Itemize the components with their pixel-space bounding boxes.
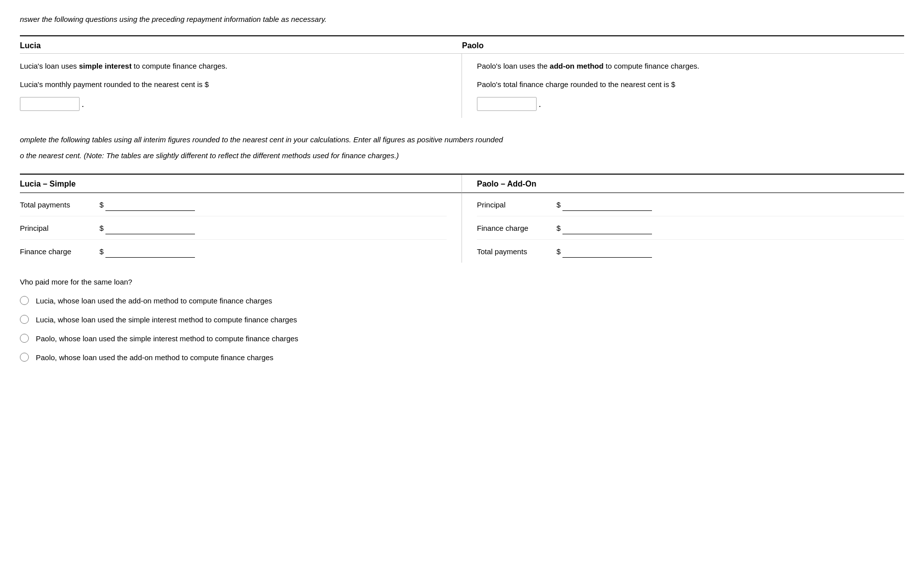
paolo-line1-bold: add-on method [550, 62, 603, 70]
lucia-table-header: Lucia – Simple [20, 175, 462, 193]
paolo-header: Paolo [462, 36, 904, 54]
instructions-line2: o the nearest cent. (Note: The tables ar… [20, 150, 904, 162]
radio-input-4[interactable] [20, 353, 29, 362]
lucia-column: Lucia's loan uses simple interest to com… [20, 54, 462, 118]
lucia-principal-dollar: $ [99, 224, 103, 232]
radio-input-1[interactable] [20, 296, 29, 305]
radio-input-2[interactable] [20, 315, 29, 324]
radio-option-4[interactable]: Paolo, whose loan used the add-on method… [20, 353, 904, 362]
paolo-finance-charge-input[interactable] [562, 221, 652, 234]
who-paid-question: Vho paid more for the same loan? [20, 278, 904, 286]
paolo-line1: Paolo's loan uses the add-on method to c… [477, 61, 904, 72]
radio-label-1: Lucia, whose loan used the add-on method… [36, 296, 272, 305]
lucia-answer-row: . [20, 97, 447, 111]
radio-option-2[interactable]: Lucia, whose loan used the simple intere… [20, 315, 904, 324]
paolo-row-total-payments: Total payments $ [477, 240, 904, 263]
radio-label-4: Paolo, whose loan used the add-on method… [36, 353, 274, 362]
paolo-finance-charge-dollar: $ [556, 224, 560, 232]
lucia-line1-rest: to compute finance charges. [132, 62, 228, 70]
paolo-table-header: Paolo – Add-On [462, 175, 904, 193]
paolo-answer-row: . [477, 97, 904, 111]
lucia-finance-charge-label: Finance charge [20, 247, 99, 256]
paolo-dot: . [539, 99, 541, 109]
lucia-total-payments-dollar: $ [99, 200, 103, 209]
paolo-total-payments-dollar: $ [556, 247, 560, 256]
lucia-row-principal: Principal $ [20, 216, 447, 240]
radio-option-1[interactable]: Lucia, whose loan used the add-on method… [20, 296, 904, 305]
lucia-total-payments-label: Total payments [20, 200, 99, 209]
paolo-line1-rest: to compute finance charges. [604, 62, 700, 70]
radio-label-3: Paolo, whose loan used the simple intere… [36, 334, 298, 343]
paolo-finance-charge-label: Finance charge [477, 224, 556, 232]
description-section: Lucia Paolo Lucia's loan uses simple int… [20, 35, 904, 118]
paolo-line2: Paolo's total finance charge rounded to … [477, 79, 904, 91]
paolo-principal-label: Principal [477, 200, 556, 209]
lucia-line1-bold: simple interest [79, 62, 132, 70]
lucia-line1: Lucia's loan uses simple interest to com… [20, 61, 447, 72]
lucia-dot: . [82, 99, 84, 109]
lucia-header: Lucia [20, 36, 462, 54]
radio-input-3[interactable] [20, 334, 29, 343]
lucia-finance-charge-dollar: $ [99, 247, 103, 256]
lucia-principal-input[interactable] [105, 221, 195, 234]
paolo-principal-input[interactable] [562, 198, 652, 211]
lucia-line1-plain: Lucia's loan uses [20, 62, 79, 70]
lucia-finance-charge-input[interactable] [105, 245, 195, 258]
lucia-row-finance-charge: Finance charge $ [20, 240, 447, 263]
paolo-line1-plain: Paolo's loan uses the [477, 62, 550, 70]
paolo-finance-charge-input[interactable] [477, 97, 537, 111]
lucia-line2: Lucia's monthly payment rounded to the n… [20, 79, 447, 91]
intro-text: nswer the following questions using the … [20, 15, 904, 23]
lucia-total-payments-input[interactable] [105, 198, 195, 211]
paolo-row-principal: Principal $ [477, 193, 904, 216]
paolo-column: Paolo's loan uses the add-on method to c… [462, 54, 904, 118]
tables-section: Lucia – Simple Paolo – Add-On Total paym… [20, 174, 904, 263]
paolo-principal-dollar: $ [556, 200, 560, 209]
paolo-total-payments-label: Total payments [477, 247, 556, 256]
lucia-table: Total payments $ Principal $ Finance cha… [20, 193, 462, 263]
paolo-total-payments-input[interactable] [562, 245, 652, 258]
paolo-row-finance-charge: Finance charge $ [477, 216, 904, 240]
radio-option-3[interactable]: Paolo, whose loan used the simple intere… [20, 334, 904, 343]
lucia-monthly-payment-input[interactable] [20, 97, 80, 111]
lucia-principal-label: Principal [20, 224, 99, 232]
lucia-row-total-payments: Total payments $ [20, 193, 447, 216]
paolo-table: Principal $ Finance charge $ Total payme… [462, 193, 904, 263]
radio-label-2: Lucia, whose loan used the simple intere… [36, 315, 297, 324]
who-paid-section: Vho paid more for the same loan? Lucia, … [20, 278, 904, 362]
instructions-line1: omplete the following tables using all i… [20, 134, 904, 146]
